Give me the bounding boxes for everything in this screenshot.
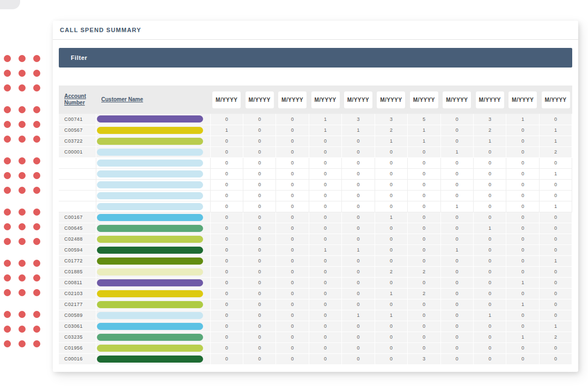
spend-value-cell: 3 — [375, 114, 407, 125]
spend-value-cell: 0 — [309, 223, 341, 234]
spend-value-cell: 1 — [474, 310, 506, 321]
spend-value-cell: 1 — [539, 201, 572, 212]
spend-value-cell: 1 — [539, 255, 572, 266]
spend-value-cell: 1 — [342, 125, 375, 136]
spend-value-cell: 0 — [210, 266, 243, 277]
customer-name-cell — [96, 353, 210, 364]
table-row: C0016700000100000 — [59, 212, 572, 223]
redacted-customer-name-bar — [97, 236, 203, 243]
column-header-month-10: M/YYYY — [506, 85, 539, 114]
spend-value-cell: 0 — [210, 157, 243, 168]
spend-value-cell: 0 — [342, 190, 375, 201]
spend-value-cell: 0 — [309, 342, 341, 353]
spend-value-cell: 0 — [474, 157, 506, 168]
account-number-cell: C02488 — [59, 234, 96, 244]
redacted-customer-name-bar — [97, 323, 203, 330]
redacted-customer-name-bar — [97, 334, 203, 341]
spend-value-cell: 0 — [342, 288, 375, 299]
redacted-customer-name-bar — [97, 160, 203, 167]
customer-name-cell — [96, 332, 210, 342]
spend-value-cell: 0 — [276, 146, 309, 157]
spend-value-cell: 0 — [210, 353, 243, 364]
dot-icon — [33, 55, 40, 62]
corner-decor-shape — [0, 0, 20, 9]
table-row: C0056710011210201 — [59, 125, 572, 136]
spend-value-cell: 0 — [474, 179, 506, 190]
account-number-cell: C00594 — [59, 244, 96, 255]
table-row: C0064500000000100 — [59, 223, 572, 234]
customer-name-cell — [96, 168, 210, 179]
spend-value-cell: 0 — [440, 223, 473, 234]
spend-value-cell: 0 — [375, 223, 407, 234]
redacted-customer-name-bar — [97, 138, 203, 145]
dot-icon — [4, 238, 11, 245]
spend-value-cell: 0 — [375, 353, 407, 364]
spend-value-cell: 0 — [309, 321, 341, 332]
dot-icon — [4, 326, 11, 333]
spend-value-cell: 0 — [210, 299, 243, 310]
spend-value-cell: 0 — [210, 321, 243, 332]
spend-value-cell: 0 — [309, 157, 341, 168]
spend-value-cell: 0 — [243, 321, 275, 332]
dot-icon — [19, 84, 26, 91]
redacted-customer-name-bar — [97, 115, 203, 122]
account-number-cell — [59, 201, 96, 212]
spend-value-cell: 0 — [342, 321, 375, 332]
customer-name-cell — [96, 223, 210, 234]
spend-value-cell: 0 — [440, 234, 473, 244]
spend-value-cell: 0 — [408, 244, 440, 255]
spend-value-cell: 0 — [440, 255, 473, 266]
spend-value-cell: 1 — [309, 244, 341, 255]
call-spend-table: Account Number Customer Name M/YYYYM/YYY… — [59, 85, 572, 365]
month-column-label: M/YYYY — [509, 91, 537, 108]
dot-icon — [4, 70, 11, 77]
spend-value-cell: 0 — [375, 321, 407, 332]
redacted-customer-name-bar — [97, 258, 203, 265]
spend-value-cell: 1 — [539, 136, 572, 146]
redacted-customer-name-bar — [97, 170, 203, 177]
spend-value-cell: 0 — [210, 255, 243, 266]
spend-value-cell: 0 — [375, 277, 407, 288]
spend-value-cell: 0 — [440, 157, 473, 168]
spend-value-cell: 0 — [342, 255, 375, 266]
spend-value-cell: 0 — [243, 277, 275, 288]
table-row: C0323500000000012 — [59, 332, 572, 342]
spend-value-cell: 0 — [276, 288, 309, 299]
redacted-customer-name-bar — [97, 268, 203, 275]
spend-value-cell: 0 — [474, 190, 506, 201]
account-number-cell: C03061 — [59, 321, 96, 332]
dot-icon — [33, 238, 40, 245]
dot-icon — [4, 223, 11, 230]
spend-value-cell: 0 — [210, 234, 243, 244]
filter-bar[interactable]: Filter — [59, 48, 572, 68]
card-body: Filter Account Number Customer Name M/YY… — [53, 40, 578, 365]
dot-icon — [19, 289, 26, 296]
spend-value-cell: 0 — [243, 288, 275, 299]
spend-value-cell: 1 — [440, 244, 473, 255]
dot-icon — [19, 136, 26, 143]
spend-value-cell: 1 — [375, 288, 407, 299]
spend-value-cell: 0 — [309, 299, 341, 310]
spend-value-cell: 0 — [408, 212, 440, 223]
spend-value-cell: 0 — [276, 342, 309, 353]
dot-icon — [4, 121, 11, 128]
spend-value-cell: 0 — [375, 299, 407, 310]
spend-value-cell: 0 — [210, 136, 243, 146]
dot-icon — [4, 311, 11, 318]
account-number-cell: C00645 — [59, 223, 96, 234]
customer-name-cell — [96, 288, 210, 299]
spend-value-cell: 0 — [243, 136, 275, 146]
sort-customer-name-link[interactable]: Customer Name — [101, 96, 143, 103]
spend-value-cell: 1 — [375, 310, 407, 321]
spend-value-cell: 0 — [408, 255, 440, 266]
spend-value-cell: 0 — [342, 353, 375, 364]
sort-account-number-link[interactable]: Account Number — [64, 93, 96, 107]
column-header-month-4: M/YYYY — [309, 85, 341, 114]
dot-icon — [4, 187, 11, 194]
spend-value-cell: 0 — [243, 201, 275, 212]
dot-icon — [33, 136, 40, 143]
spend-value-cell: 0 — [539, 212, 572, 223]
dot-icon — [19, 157, 26, 164]
spend-value-cell: 0 — [440, 136, 473, 146]
dot-group — [4, 157, 40, 194]
